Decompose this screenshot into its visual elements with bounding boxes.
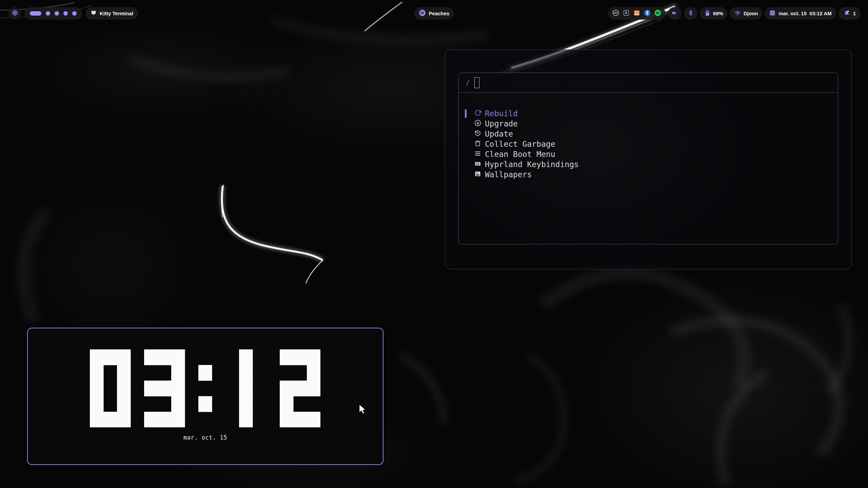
- network-pill[interactable]: Djoon: [730, 7, 763, 20]
- menu-icon: [474, 150, 481, 158]
- topbar-right: K: [608, 7, 861, 20]
- recorder-icon[interactable]: [612, 9, 619, 18]
- active-window-pill[interactable]: Kitty Terminal: [85, 7, 138, 20]
- topbar-center: Peaches: [414, 7, 454, 20]
- menu-item-label: Hyprland Keybindings: [485, 159, 579, 169]
- launcher-panel: / Rebuild Upgrade: [445, 49, 852, 269]
- text-cursor: [474, 77, 479, 88]
- battery-percent: 69%: [713, 11, 723, 16]
- menu-item-collect-garbage[interactable]: Collect Garbage: [459, 139, 838, 149]
- workspace-active[interactable]: [30, 11, 41, 16]
- menu-item-clean-boot-menu[interactable]: Clean Boot Menu: [459, 149, 838, 159]
- launcher-menu: Rebuild Upgrade Update: [459, 108, 838, 180]
- history-icon: [474, 130, 481, 138]
- vault-icon[interactable]: K: [623, 9, 630, 18]
- clock-date: mar. oct. 15: [28, 434, 383, 441]
- search-input[interactable]: /: [459, 73, 838, 93]
- menu-item-hyprland-keybindings[interactable]: Hyprland Keybindings: [459, 159, 838, 169]
- menu-item-upgrade[interactable]: Upgrade: [459, 119, 838, 129]
- datetime-pill[interactable]: mar. oct. 15 03:12 AM: [765, 7, 836, 20]
- spotify-icon: [419, 9, 426, 18]
- speaker-icon: [671, 9, 678, 18]
- volume-button[interactable]: [668, 7, 682, 20]
- calendar-icon: [769, 9, 776, 17]
- menu-item-update[interactable]: Update: [459, 129, 838, 139]
- cat-icon: [90, 9, 97, 17]
- workspaces-indicator[interactable]: [24, 7, 82, 20]
- trash-icon: [474, 140, 481, 148]
- system-tray: K: [608, 7, 666, 20]
- selection-bar: [465, 109, 467, 118]
- clock-time-display: [90, 349, 320, 427]
- menu-item-label: Upgrade: [485, 119, 518, 129]
- menu-item-label: Collect Garbage: [485, 139, 555, 149]
- workspace-dot[interactable]: [72, 11, 77, 16]
- notifications-pill[interactable]: 1: [839, 7, 861, 20]
- topbar-left: Kitty Terminal: [8, 7, 138, 20]
- svg-text:K: K: [625, 11, 627, 15]
- menu-item-wallpapers[interactable]: Wallpapers: [459, 169, 838, 180]
- bluetooth-tray-icon[interactable]: [644, 9, 651, 18]
- workspace-dot[interactable]: [55, 11, 59, 16]
- datetime-text: mar. oct. 15 03:12 AM: [778, 11, 831, 16]
- clock-widget: mar. oct. 15: [27, 328, 383, 465]
- workspace-dot[interactable]: [46, 11, 50, 16]
- launcher-inner-box: / Rebuild Upgrade: [458, 73, 838, 244]
- media-pill[interactable]: Peaches: [414, 7, 454, 20]
- menu-item-label: Wallpapers: [485, 169, 532, 180]
- spotify-tray-icon[interactable]: [654, 9, 662, 18]
- arrow-down-circle-icon: [474, 120, 481, 128]
- network-name: Djoon: [744, 11, 758, 16]
- mouse-cursor: [359, 404, 368, 415]
- active-window-title: Kitty Terminal: [100, 11, 133, 16]
- image-icon: [474, 170, 481, 179]
- menu-item-rebuild[interactable]: Rebuild: [459, 108, 838, 119]
- menu-item-label: Clean Boot Menu: [485, 149, 555, 159]
- menu-item-label: Rebuild: [485, 108, 518, 119]
- bell-icon: [843, 9, 850, 18]
- workspace-dot[interactable]: [63, 11, 68, 16]
- launcher-button[interactable]: [8, 7, 21, 20]
- rotate-cw-icon: [474, 109, 481, 118]
- notification-count: 1: [853, 11, 856, 16]
- bluetooth-icon: [687, 9, 694, 17]
- prompt-symbol: /: [466, 79, 470, 87]
- battery-icon: [704, 9, 711, 18]
- bluetooth-button[interactable]: [684, 7, 697, 20]
- battery-pill[interactable]: 69%: [700, 7, 727, 20]
- snowflake-icon: [12, 9, 18, 17]
- keyboard-icon: [474, 160, 481, 168]
- downloads-icon[interactable]: [633, 9, 640, 18]
- wifi-icon: [734, 9, 741, 18]
- media-title: Peaches: [429, 11, 450, 16]
- menu-item-label: Update: [485, 129, 513, 139]
